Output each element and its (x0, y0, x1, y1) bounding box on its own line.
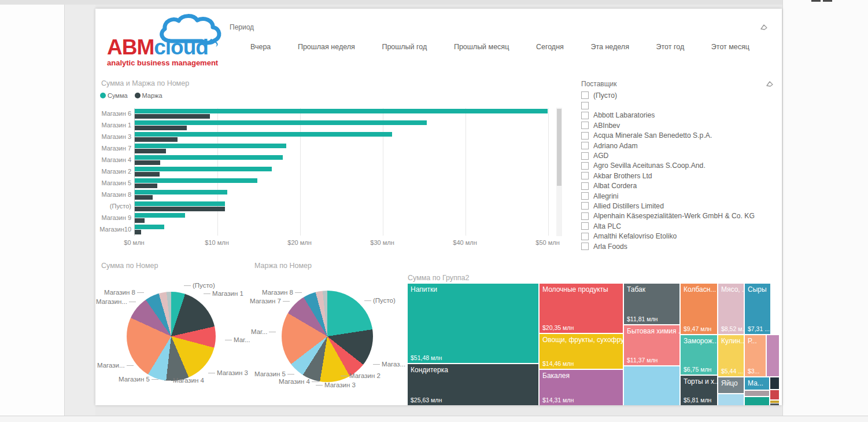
checkbox-icon[interactable] (581, 202, 589, 210)
treemap-tile[interactable] (745, 391, 769, 396)
sum-bar-Магазин 4[interactable] (135, 155, 283, 160)
checkbox-icon[interactable] (581, 212, 589, 220)
checkbox-icon[interactable] (581, 102, 589, 109)
checkbox-icon[interactable] (581, 233, 589, 240)
checkbox-icon[interactable] (581, 182, 589, 190)
treemap-tile-Заморож...[interactable]: Заморож...$6,75 млн (681, 335, 717, 375)
sum-bar-(Пусто)[interactable] (135, 201, 225, 206)
margin-bar-Магазин 6[interactable] (135, 114, 210, 119)
checkbox-icon[interactable] (581, 162, 589, 170)
supplier-list-item[interactable]: Agro Sevilla Aceitunas S.Coop.And. (581, 161, 772, 171)
treemap-tile-Р...[interactable]: Р...$3... (745, 335, 766, 376)
treemap-tile-Бакалея[interactable]: Бакалея$14,31 млн (540, 370, 623, 405)
supplier-list-item[interactable]: Arla Foods (581, 241, 772, 251)
period-button-8[interactable]: Этот месяц (708, 41, 753, 53)
checkbox-icon[interactable] (581, 122, 589, 129)
treemap-tile-Овощи, фрукты, сухофру...[interactable]: Овощи, фрукты, сухофру...$14,46 млн (540, 334, 623, 369)
supplier-list-item[interactable] (581, 100, 772, 110)
supplier-list-item[interactable]: ABInbev (581, 120, 772, 130)
treemap-tile[interactable] (770, 403, 779, 405)
treemap-tile-Бытовая химия ...[interactable]: Бытовая химия ...$11,37 млн (624, 325, 679, 365)
margin-bar-Магазин 1[interactable] (135, 126, 187, 130)
checkbox-icon[interactable] (581, 243, 589, 250)
supplier-list-item[interactable]: Adriano Adam (581, 141, 772, 151)
window-top-strip (0, 0, 868, 5)
treemap-tile[interactable] (770, 390, 779, 399)
supplier-list-item[interactable]: Allied Distillers Limited (581, 201, 772, 211)
legend-sum[interactable]: Сумма (100, 92, 128, 99)
treemap-tile[interactable] (767, 335, 779, 376)
checkbox-icon[interactable] (581, 132, 589, 140)
pie-chart-margin[interactable] (282, 291, 373, 382)
period-button-2[interactable]: Прошлая неделя (294, 41, 359, 53)
treemap-tile-Мясо, ...[interactable]: Мясо, ...$8,52 м... (718, 284, 744, 334)
margin-bar-Магазин 8[interactable] (135, 195, 153, 200)
checkbox-icon[interactable] (581, 91, 589, 99)
checkbox-icon[interactable] (581, 142, 589, 149)
sum-bar-Магазин 5[interactable] (135, 178, 257, 183)
treemap-tile-Кулин...[interactable]: Кулин...$5,44 ... (718, 335, 744, 376)
supplier-list-item[interactable]: Akbar Brothers Ltd (581, 171, 772, 181)
margin-bar-Магазин 4[interactable] (135, 160, 160, 165)
period-button-5[interactable]: Сегодня (533, 41, 567, 53)
checkbox-icon[interactable] (581, 222, 589, 230)
sum-bar-Магазин 9[interactable] (135, 213, 185, 218)
supplier-list-item[interactable]: Amalthi Kefalovriso Etoliko (581, 231, 772, 241)
supplier-list-item[interactable]: Allegrini (581, 191, 772, 201)
period-button-1[interactable]: Вчера (247, 41, 274, 53)
treemap-tile[interactable] (770, 377, 779, 389)
supplier-clear-selections-eraser-icon[interactable] (765, 79, 774, 89)
margin-bar-Магазин 5[interactable] (135, 184, 157, 188)
treemap-tile[interactable] (624, 366, 679, 405)
checkbox-icon[interactable] (581, 172, 589, 179)
period-button-4[interactable]: Прошлый месяц (450, 41, 512, 53)
margin-bar-Магазин 7[interactable] (135, 149, 166, 153)
callout-line (269, 332, 276, 332)
window-control-dash-icon[interactable] (811, 0, 821, 2)
sum-bar-Магазин10[interactable] (135, 225, 164, 229)
treemap-tile-Напитки[interactable]: Напитки$51,48 млн (408, 284, 538, 363)
treemap-tile-Сыры[interactable]: Сыры$7,31 ... (745, 284, 770, 334)
checkbox-icon[interactable] (581, 192, 589, 200)
supplier-list-item[interactable]: Acqua Minerale San Benedetto S.p.A. (581, 131, 772, 141)
checkbox-icon[interactable] (581, 112, 589, 119)
supplier-list-item[interactable]: Albat Cordera (581, 181, 772, 191)
margin-bar-Магазин 9[interactable] (135, 218, 145, 223)
sum-bar-Магазин 3[interactable] (135, 132, 392, 137)
period-button-6[interactable]: Эта неделя (587, 41, 632, 53)
bar-chart-scrollbar[interactable] (556, 108, 562, 236)
supplier-list-item[interactable]: Alta PLC (581, 221, 772, 231)
supplier-list-item[interactable]: AGD (581, 151, 772, 160)
sum-bar-Магазин 8[interactable] (135, 190, 227, 195)
treemap-tile-Колбасн...[interactable]: Колбасн...$9,47 млн (681, 284, 717, 334)
margin-bar-Магазин 2[interactable] (135, 172, 160, 177)
treemap-tile-Ма...[interactable]: Ма... (745, 377, 769, 390)
treemap-tile-Торты и х...[interactable]: Торты и х...$5,81 млн (681, 376, 717, 405)
window-control-dash-icon[interactable] (823, 0, 832, 2)
margin-bar-Магазин10[interactable] (135, 230, 141, 234)
scrollbar-thumb[interactable] (557, 109, 562, 186)
period-button-7[interactable]: Этот год (653, 41, 688, 53)
legend-margin[interactable]: Маржа (135, 92, 162, 99)
treemap-tile[interactable] (718, 394, 744, 405)
supplier-list-item[interactable]: Abbott Labaratories (581, 111, 772, 120)
supplier-list-item[interactable]: Alpenhain Käsespezialitäten-Werk GmbH & … (581, 211, 772, 221)
treemap-tile-Табак[interactable]: Табак$11,81 млн (624, 284, 679, 324)
treemap-tile-Молочные продукты[interactable]: Молочные продукты$20,35 млн (540, 284, 623, 333)
sum-bar-Магазин 2[interactable] (135, 167, 272, 171)
sum-bar-Магазин 1[interactable] (135, 120, 427, 125)
margin-bar-Магазин 3[interactable] (135, 137, 178, 142)
treemap-tile-Яйцо[interactable]: Яйцо (718, 377, 744, 393)
treemap-tile-Кондитерка[interactable]: Кондитерка$25,63 млн (408, 364, 538, 405)
supplier-list-item[interactable]: (Пусто) (581, 90, 772, 100)
period-button-3[interactable]: Прошлый год (378, 41, 430, 53)
callout-line (295, 292, 302, 293)
sum-bar-Магазин 7[interactable] (135, 144, 286, 148)
pie-chart-sum[interactable] (127, 292, 216, 381)
period-clear-selections-eraser-icon[interactable] (759, 23, 769, 32)
sum-bar-Магазин 6[interactable] (135, 109, 548, 113)
checkbox-icon[interactable] (581, 152, 589, 160)
margin-bar-(Пусто)[interactable] (135, 207, 225, 211)
treemap-tile[interactable] (770, 401, 779, 403)
treemap-tile[interactable] (745, 397, 769, 405)
